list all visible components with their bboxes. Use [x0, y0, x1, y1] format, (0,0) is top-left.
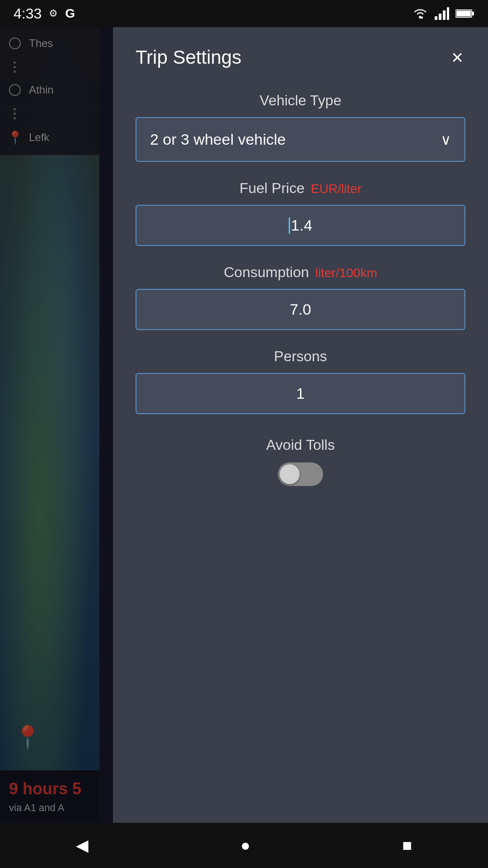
- persons-label: Persons: [136, 348, 465, 365]
- svg-rect-2: [439, 14, 441, 20]
- status-bar: 4:33 ⚙ G: [0, 0, 488, 27]
- close-button[interactable]: ×: [449, 45, 465, 70]
- avoid-tolls-label: Avoid Tolls: [266, 437, 335, 453]
- battery-icon: [455, 9, 474, 19]
- svg-rect-3: [443, 10, 446, 20]
- vehicle-type-value: 2 or 3 wheel vehicle: [150, 131, 286, 148]
- dialog-title: Trip Settings: [136, 47, 241, 68]
- fuel-price-label-row: Fuel Price EUR/liter: [136, 180, 465, 197]
- consumption-unit: liter/100km: [315, 266, 377, 280]
- vehicle-type-dropdown[interactable]: 2 or 3 wheel vehicle ∨: [136, 117, 465, 162]
- avoid-tolls-container: Avoid Tolls: [136, 437, 465, 486]
- fuel-price-value: 1.4: [291, 217, 312, 234]
- svg-rect-1: [435, 16, 437, 20]
- vehicle-type-label: Vehicle Type: [136, 92, 465, 109]
- google-icon: G: [65, 6, 75, 21]
- signal-icon: [435, 7, 449, 20]
- consumption-field[interactable]: 7.0: [136, 289, 465, 330]
- fuel-price-unit: EUR/liter: [311, 182, 361, 196]
- nav-back-button[interactable]: ◀: [62, 831, 102, 859]
- fuel-price-field[interactable]: 1.4: [136, 205, 465, 246]
- fuel-price-label: Fuel Price: [239, 180, 305, 197]
- nav-home-button[interactable]: ●: [227, 831, 264, 859]
- text-cursor: [289, 217, 290, 234]
- nav-recent-button[interactable]: ■: [389, 831, 426, 859]
- settings-icon: ⚙: [49, 8, 58, 19]
- toggle-knob: [280, 464, 300, 484]
- consumption-label: Consumption: [224, 264, 309, 281]
- chevron-down-icon: ∨: [441, 131, 451, 148]
- wifi-icon: [412, 8, 428, 19]
- svg-rect-7: [456, 11, 471, 16]
- consumption-value: 7.0: [290, 301, 311, 318]
- trip-settings-dialog: Trip Settings × Vehicle Type 2 or 3 whee…: [113, 27, 488, 823]
- avoid-tolls-toggle[interactable]: [278, 462, 323, 486]
- svg-rect-4: [447, 7, 449, 20]
- svg-point-0: [419, 16, 422, 19]
- nav-bar: ◀ ● ■: [0, 823, 488, 868]
- svg-rect-6: [472, 12, 474, 15]
- persons-value: 1: [296, 385, 305, 402]
- dialog-header: Trip Settings ×: [136, 45, 465, 70]
- consumption-label-row: Consumption liter/100km: [136, 264, 465, 281]
- status-time: 4:33: [14, 5, 42, 22]
- persons-field[interactable]: 1: [136, 373, 465, 414]
